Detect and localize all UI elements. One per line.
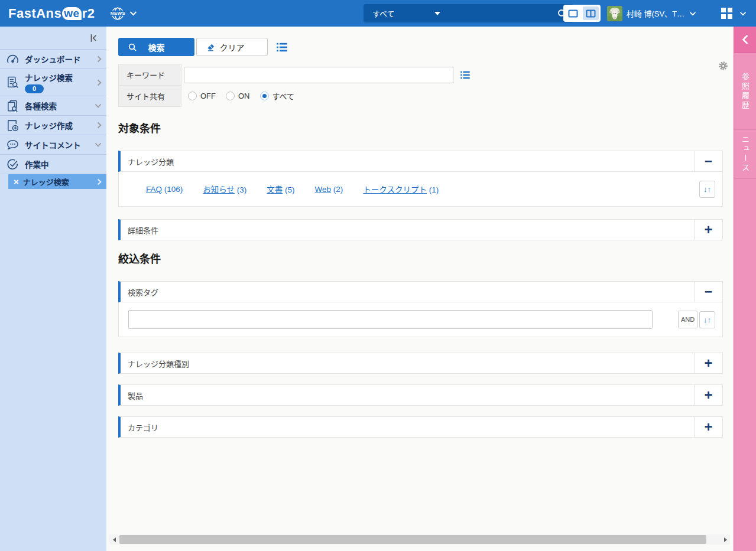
settings-gear-icon[interactable]: [718, 61, 728, 71]
chevron-right-icon: [97, 178, 102, 185]
panel-knowledge-class: ナレッジ分類 FAQ (106) お知らせ (3) 文書 (5) Web (2)…: [118, 151, 723, 207]
layout-split-pane-button[interactable]: [583, 6, 599, 20]
apps-grid-icon[interactable]: [721, 8, 732, 19]
panel-title: 詳細条件: [121, 224, 694, 236]
panel-knowledge-class-header[interactable]: ナレッジ分類: [118, 151, 723, 172]
radio-on[interactable]: ON: [226, 92, 250, 100]
arrow-up-icon: [708, 185, 712, 194]
radio-on-circle[interactable]: [226, 92, 235, 100]
caret-down-icon: [434, 12, 440, 15]
chevron-right-icon: [97, 122, 102, 129]
chevron-left-icon: [742, 34, 749, 45]
radio-off-circle[interactable]: [188, 92, 197, 100]
radio-all-circle-selected[interactable]: [260, 92, 269, 100]
sidebar-item-label: 各種検索: [25, 100, 89, 112]
site-share-radio-group: OFF ON すべて: [188, 90, 294, 102]
search-button[interactable]: 検索: [118, 38, 194, 56]
app-header: FastAns we r2 NEWS すべて: [0, 0, 756, 27]
layout-single-pane-button[interactable]: [565, 6, 581, 20]
sort-order-button[interactable]: [699, 311, 715, 328]
panel-title: ナレッジ分類: [121, 156, 694, 167]
radio-all[interactable]: すべて: [260, 90, 295, 102]
and-operator-button[interactable]: AND: [678, 311, 697, 328]
news-menu[interactable]: NEWS: [110, 6, 137, 21]
arrow-up-icon: [708, 315, 712, 324]
tab-reference-history-label: 参照履歴: [739, 73, 751, 110]
sidebar-item-site-comment[interactable]: サイトコメント: [0, 135, 106, 155]
sidebar-open-tab-knowledge-search[interactable]: ナレッジ検索: [8, 174, 106, 189]
tab-news[interactable]: ニュース: [734, 130, 756, 179]
panel-class-type-header[interactable]: ナレッジ分類種別: [118, 353, 723, 374]
panel-detail-conditions-header[interactable]: 詳細条件: [118, 219, 723, 240]
user-name[interactable]: 村崎 博(SV、T…: [627, 8, 684, 19]
expand-panel-button[interactable]: [694, 385, 722, 405]
expand-panel-button[interactable]: [694, 417, 722, 437]
expand-panel-button[interactable]: [694, 353, 722, 373]
panel-category-header[interactable]: カテゴリ: [118, 416, 723, 438]
main-content: 検索 クリア キーワード サイト共有: [106, 27, 733, 551]
list-view-icon[interactable]: [277, 43, 287, 52]
sidebar-item-knowledge-search[interactable]: ナレッジ検索 0: [0, 69, 106, 96]
sidebar-item-label: ダッシュボード: [25, 53, 92, 65]
expand-panel-button[interactable]: [694, 220, 722, 240]
search-tag-input[interactable]: [128, 310, 653, 329]
panel-title: ナレッジ分類種別: [121, 358, 694, 369]
in-progress-check-icon: [6, 158, 20, 171]
target-conditions-heading: 対象条件: [118, 120, 733, 135]
narrow-conditions-heading: 絞込条件: [118, 250, 733, 266]
panel-search-tag-header[interactable]: 検索タグ: [118, 281, 723, 302]
clear-button-label: クリア: [220, 41, 245, 53]
sidebar-collapse-icon[interactable]: [88, 32, 99, 44]
collapse-panel-button[interactable]: [694, 151, 722, 171]
scrollbar-track[interactable]: [119, 535, 721, 544]
news-globe-icon: NEWS: [110, 6, 125, 21]
link-web[interactable]: Web (2): [315, 185, 343, 194]
panel-product: 製品: [118, 384, 723, 406]
plus-icon: [704, 388, 712, 402]
clear-button[interactable]: クリア: [196, 38, 268, 56]
sidebar-item-label: ナレッジ検索 0: [25, 71, 92, 93]
link-talk-script[interactable]: トークスクリプト (1): [363, 183, 439, 195]
user-menu-chevron-icon[interactable]: [689, 11, 696, 16]
keyword-input[interactable]: [184, 67, 453, 83]
scroll-left-arrow[interactable]: [109, 534, 119, 545]
scroll-right-arrow[interactable]: [721, 534, 730, 545]
user-avatar[interactable]: [607, 6, 622, 21]
search-scope-select[interactable]: すべて: [364, 8, 440, 19]
knowledge-search-count-badge: 0: [25, 84, 44, 93]
right-side-panel: 参照履歴 ニュース: [733, 27, 756, 551]
site-comment-icon: [6, 138, 20, 152]
link-faq[interactable]: FAQ (106): [146, 185, 183, 194]
horizontal-scrollbar[interactable]: [109, 534, 730, 545]
site-share-row: サイト共有 OFF ON すべて: [118, 85, 733, 107]
link-news[interactable]: お知らせ (3): [203, 183, 246, 195]
link-document[interactable]: 文書 (5): [267, 183, 294, 195]
radio-off[interactable]: OFF: [188, 92, 216, 100]
layout-toggle-group: [563, 5, 601, 22]
collapse-panel-button[interactable]: [694, 282, 722, 302]
search-button-label: 検索: [148, 41, 165, 53]
keyword-list-icon[interactable]: [460, 71, 470, 79]
sidebar-item-knowledge-create[interactable]: ナレッジ作成: [0, 116, 106, 135]
sidebar-item-label: サイトコメント: [25, 139, 89, 151]
sidebar-item-dashboard[interactable]: ダッシュボード: [0, 50, 106, 69]
panel-knowledge-class-body: FAQ (106) お知らせ (3) 文書 (5) Web (2) トークスクリ…: [118, 172, 723, 207]
sort-order-button[interactable]: [699, 181, 715, 198]
sidebar-item-various-search[interactable]: 各種検索: [0, 96, 106, 116]
panel-search-tag: 検索タグ AND: [118, 281, 723, 337]
right-panel-collapse-button[interactable]: [734, 27, 756, 53]
app-logo[interactable]: FastAns we r2: [8, 6, 95, 21]
sidebar-item-in-progress[interactable]: 作業中: [0, 155, 106, 174]
radio-all-label: すべて: [272, 90, 295, 102]
sidebar-item-label: 作業中: [25, 158, 102, 170]
scrollbar-thumb[interactable]: [119, 535, 706, 544]
close-icon[interactable]: [14, 177, 19, 187]
chevron-down-icon: [95, 142, 102, 147]
plus-icon: [704, 223, 712, 237]
search-form: キーワード サイト共有 OFF ON: [118, 64, 733, 107]
knowledge-search-icon: [6, 76, 20, 89]
news-label: NEWS: [110, 10, 126, 15]
apps-menu-chevron-icon[interactable]: [739, 11, 747, 16]
panel-product-header[interactable]: 製品: [118, 384, 723, 406]
tab-reference-history[interactable]: 参照履歴: [734, 53, 756, 130]
